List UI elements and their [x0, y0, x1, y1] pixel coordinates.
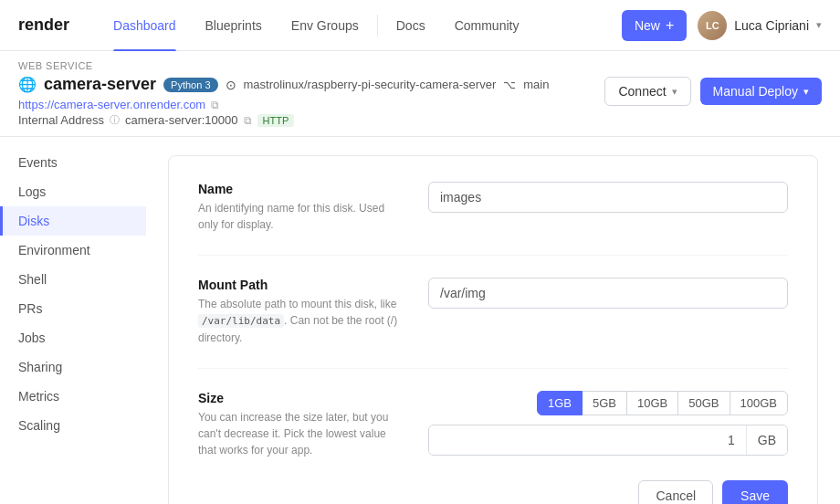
- mount-label-col: Mount Path The absolute path to mount th…: [198, 278, 399, 346]
- connect-chevron-icon: ▾: [672, 86, 677, 98]
- size-btn-50gb[interactable]: 50GB: [677, 391, 730, 415]
- copy-addr-icon[interactable]: ⧉: [244, 114, 252, 127]
- size-label: Size: [198, 391, 399, 405]
- size-btn-5gb[interactable]: 5GB: [582, 391, 627, 415]
- sidebar: Events Logs Disks Environment Shell PRs …: [0, 137, 146, 504]
- sidebar-item-disks[interactable]: Disks: [0, 206, 146, 236]
- user-area[interactable]: LC Luca Cipriani ▾: [698, 11, 822, 40]
- main-layout: Events Logs Disks Environment Shell PRs …: [0, 137, 840, 504]
- globe-icon: 🌐: [18, 76, 37, 93]
- mount-label: Mount Path: [198, 278, 399, 292]
- branch-name: main: [523, 78, 549, 91]
- sidebar-item-shell[interactable]: Shell: [0, 265, 146, 294]
- mount-input[interactable]: [428, 278, 788, 309]
- info-icon: ⓘ: [110, 113, 120, 127]
- connect-label: Connect: [618, 84, 666, 99]
- plus-icon: +: [666, 17, 674, 34]
- manual-deploy-button[interactable]: Manual Deploy ▾: [700, 78, 822, 105]
- mount-desc-prefix: The absolute path to mount this disk, li…: [198, 298, 396, 310]
- nav-item-community[interactable]: Community: [440, 0, 534, 51]
- name-desc: An identifying name for this disk. Used …: [198, 200, 399, 233]
- logo: render: [18, 16, 69, 35]
- service-bar: WEB SERVICE 🌐 camera-server Python 3 ⊙ m…: [0, 51, 840, 137]
- python-badge: Python 3: [163, 78, 217, 92]
- sidebar-item-sharing[interactable]: Sharing: [0, 352, 146, 382]
- nav-item-env-groups[interactable]: Env Groups: [277, 0, 373, 51]
- size-label-col: Size You can increase the size later, bu…: [198, 391, 399, 458]
- cancel-button[interactable]: Cancel: [638, 480, 713, 505]
- sidebar-item-prs[interactable]: PRs: [0, 294, 146, 323]
- size-desc: You can increase the size later, but you…: [198, 409, 399, 458]
- name-label: Name: [198, 182, 399, 196]
- form-card: Name An identifying name for this disk. …: [168, 155, 818, 504]
- size-input-row: GB: [428, 425, 788, 456]
- username: Luca Cipriani: [734, 18, 809, 33]
- copy-url-icon[interactable]: ⧉: [211, 99, 219, 111]
- sidebar-item-logs[interactable]: Logs: [0, 177, 146, 206]
- size-btn-1gb[interactable]: 1GB: [537, 391, 583, 415]
- header: render Dashboard Blueprints Env Groups D…: [0, 0, 840, 51]
- size-unit-label: GB: [746, 425, 787, 455]
- service-info: WEB SERVICE 🌐 camera-server Python 3 ⊙ m…: [18, 60, 549, 127]
- size-input[interactable]: [429, 425, 746, 455]
- sidebar-item-scaling[interactable]: Scaling: [0, 411, 146, 440]
- size-input-col: 1GB 5GB 10GB 50GB 100GB GB: [428, 391, 788, 458]
- content-area: Name An identifying name for this disk. …: [146, 137, 840, 504]
- nav-item-docs[interactable]: Docs: [382, 0, 440, 51]
- size-selector: 1GB 5GB 10GB 50GB 100GB: [428, 391, 788, 415]
- deploy-label: Manual Deploy: [713, 84, 798, 99]
- user-chevron-icon: ▾: [816, 19, 822, 31]
- github-icon: ⊙: [226, 78, 236, 92]
- sidebar-item-jobs[interactable]: Jobs: [0, 323, 146, 352]
- service-url[interactable]: https://camera-server.onrender.com: [18, 98, 205, 111]
- mount-desc: The absolute path to mount this disk, li…: [198, 296, 399, 346]
- avatar: LC: [698, 11, 727, 40]
- name-section: Name An identifying name for this disk. …: [198, 182, 788, 256]
- nav-item-blueprints[interactable]: Blueprints: [191, 0, 277, 51]
- sidebar-item-metrics[interactable]: Metrics: [0, 382, 146, 411]
- internal-addr: camera-server:10000: [125, 113, 238, 127]
- mount-section: Mount Path The absolute path to mount th…: [198, 278, 788, 369]
- main-nav: Dashboard Blueprints Env Groups Docs Com…: [99, 0, 622, 51]
- http-badge: HTTP: [257, 114, 295, 127]
- service-actions: Connect ▾ Manual Deploy ▾: [604, 77, 822, 106]
- new-button-label: New: [635, 18, 660, 33]
- nav-item-dashboard[interactable]: Dashboard: [99, 0, 191, 51]
- size-section: Size You can increase the size later, bu…: [198, 391, 788, 458]
- header-right: New + LC Luca Cipriani ▾: [622, 10, 822, 41]
- repo-name: mastrolinux/raspberry-pi-security-camera…: [244, 78, 497, 91]
- sidebar-item-environment[interactable]: Environment: [0, 236, 146, 265]
- new-button[interactable]: New +: [622, 10, 687, 41]
- service-name: camera-server: [44, 75, 156, 94]
- service-type-label: WEB SERVICE: [18, 60, 549, 71]
- name-input-col: [428, 182, 788, 233]
- mount-code: /var/lib/data: [198, 314, 284, 328]
- name-label-col: Name An identifying name for this disk. …: [198, 182, 399, 233]
- sidebar-item-events[interactable]: Events: [0, 148, 146, 177]
- branch-icon: ⌥: [503, 79, 516, 91]
- deploy-chevron-icon: ▾: [803, 86, 809, 98]
- mount-input-col: [428, 278, 788, 346]
- name-input[interactable]: [428, 182, 788, 213]
- internal-address-label: Internal Address: [18, 113, 104, 127]
- size-btn-100gb[interactable]: 100GB: [730, 391, 788, 415]
- size-btn-10gb[interactable]: 10GB: [626, 391, 678, 415]
- connect-button[interactable]: Connect ▾: [604, 77, 690, 106]
- save-button[interactable]: Save: [722, 480, 788, 505]
- nav-divider: [377, 15, 378, 37]
- form-actions: Cancel Save: [198, 480, 788, 505]
